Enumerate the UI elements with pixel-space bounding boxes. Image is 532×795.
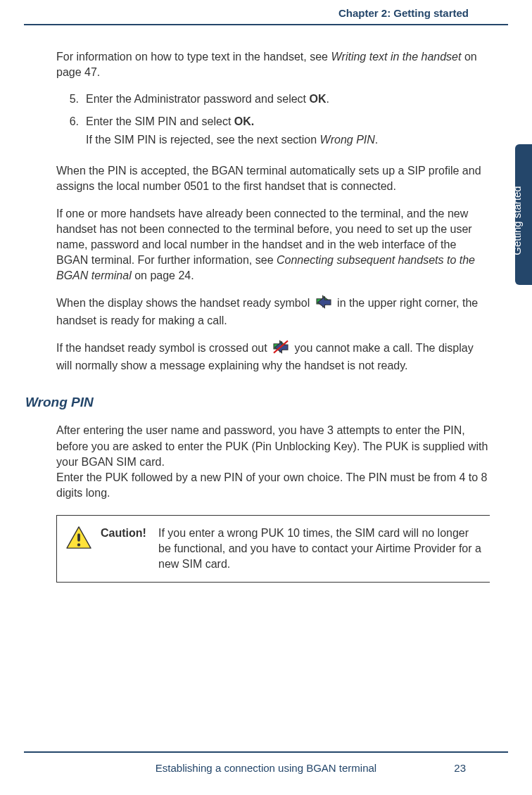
text: For information on how to type text in t… <box>56 51 331 63</box>
page-content: For information on how to type text in t… <box>56 49 490 583</box>
cross-reference: Wrong PIN <box>320 134 375 146</box>
step-6: 6. Enter the SIM PIN and select OK. If t… <box>86 114 490 159</box>
button-label-ok: OK. <box>234 115 254 127</box>
page-footer: Establishing a connection using BGAN ter… <box>0 762 532 774</box>
text: Enter the Administrator password and sel… <box>86 93 310 105</box>
heading-wrong-pin: Wrong PIN <box>25 393 490 412</box>
caution-text: If you enter a wrong PUK 10 times, the S… <box>158 526 483 572</box>
caution-icon <box>65 540 92 552</box>
cross-reference: Writing text in the handset <box>331 51 461 63</box>
header-rule <box>24 24 508 25</box>
text: . <box>375 134 378 146</box>
footer-title: Establishing a connection using BGAN ter… <box>156 762 376 774</box>
step-number: 5. <box>56 91 86 107</box>
paragraph: After entering the user name and passwor… <box>56 423 490 469</box>
caution-label: Caution! <box>101 526 151 541</box>
side-tab: Getting started <box>508 144 532 285</box>
step-5: 5. Enter the Administrator password and … <box>86 91 490 107</box>
paragraph: Enter the PUK followed by a new PIN of y… <box>56 470 490 501</box>
paragraph: When the display shows the handset ready… <box>56 295 490 329</box>
paragraph: When the PIN is accepted, the BGAN termi… <box>56 163 490 194</box>
page-number: 23 <box>454 762 466 774</box>
svg-point-2 <box>77 543 80 546</box>
paragraph-intro: For information on how to type text in t… <box>56 49 490 80</box>
paragraph: If one or more handsets have already bee… <box>56 206 490 284</box>
footer-rule <box>24 751 508 753</box>
svg-rect-1 <box>77 533 80 541</box>
side-tab-label: Getting started <box>511 151 523 286</box>
step-number: 6. <box>56 114 86 159</box>
caution-callout: Caution! If you enter a wrong PUK 10 tim… <box>56 515 490 583</box>
text: If the SIM PIN is rejected, see the next… <box>86 134 320 146</box>
handset-not-ready-icon <box>272 340 290 358</box>
handset-ready-icon <box>315 295 333 313</box>
text: When the display shows the handset ready… <box>56 297 313 309</box>
text: Enter the SIM PIN and select <box>86 115 234 127</box>
page-header: Chapter 2: Getting started <box>338 7 469 19</box>
text: on page 24. <box>132 269 194 281</box>
button-label-ok: OK <box>310 93 327 105</box>
paragraph: If the handset ready symbol is crossed o… <box>56 340 490 374</box>
text: . <box>327 93 329 105</box>
text: If the handset ready symbol is crossed o… <box>56 342 270 354</box>
